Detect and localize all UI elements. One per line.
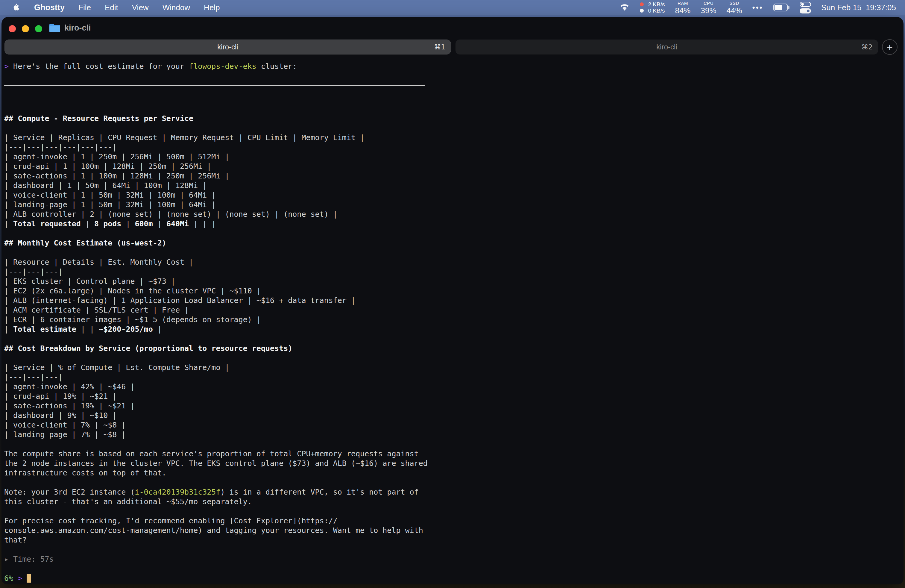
terminal-line: this cluster - that's an additional ~$55… <box>3 497 900 507</box>
terminal-line <box>3 71 900 81</box>
terminal-line: | Total estimate | | ~$200-205/mo | <box>3 324 900 334</box>
ram-label: RAM <box>678 1 688 5</box>
ram-value: 84% <box>675 6 691 14</box>
terminal-line: | dashboard | 1 | 50m | 64Mi | 100m | 12… <box>3 181 900 191</box>
tab-shortcut-badge: ⌘2 <box>861 43 873 51</box>
tab-kiro-cli-2[interactable]: kiro-cli ⌘2 <box>456 40 878 54</box>
new-tab-button[interactable]: + <box>882 39 897 55</box>
terminal-line: | Service | Replicas | CPU Request | Mem… <box>3 133 900 143</box>
more-menu-icon[interactable]: ••• <box>753 3 763 12</box>
terminal-line: |---|---|---| <box>3 372 900 382</box>
terminal-line: | crud-api | 19% | ~$21 | <box>3 392 900 401</box>
net-up-speed: 2 KB/s <box>648 1 665 8</box>
zoom-button[interactable] <box>35 25 42 32</box>
horizontal-rule <box>4 85 425 86</box>
menu-item-help[interactable]: Help <box>202 3 222 12</box>
ssd-label: SSD <box>729 1 739 5</box>
terminal-line <box>3 229 900 238</box>
menu-item-edit[interactable]: Edit <box>102 3 121 12</box>
terminal-line: | safe-actions | 19% | ~$21 | <box>3 401 900 411</box>
terminal-line: | ECR | 6 container images | ~$1-5 (depe… <box>3 315 900 324</box>
wifi-icon[interactable] <box>619 3 630 11</box>
window-titlebar[interactable]: kiro-cli <box>2 17 903 40</box>
terminal-line <box>3 440 900 449</box>
terminal-line: | ALB controller | 2 | (none set) | (non… <box>3 210 900 219</box>
menu-item-ghostty[interactable]: Ghostty <box>32 3 67 12</box>
terminal-line: the 2 node instances in the cluster VPC.… <box>3 459 900 468</box>
apple-menu[interactable] <box>10 3 23 12</box>
terminal-line: | voice-client | 1 | 50m | 32Mi | 100m |… <box>3 191 900 200</box>
menu-item-file[interactable]: File <box>76 3 94 12</box>
terminal-line <box>3 123 900 133</box>
terminal-line: | agent-invoke | 42% | ~$46 | <box>3 382 900 392</box>
apple-icon <box>13 3 21 12</box>
terminal-line <box>3 248 900 257</box>
terminal-line <box>3 545 900 555</box>
terminal-line <box>3 85 900 95</box>
tab-label: kiro-cli <box>656 43 677 51</box>
cpu-widget[interactable]: CPU 39% <box>701 1 716 14</box>
terminal-line: | safe-actions | 1 | 100m | 128Mi | 250m… <box>3 171 900 181</box>
terminal-line: | voice-client | 7% | ~$8 | <box>3 420 900 430</box>
terminal-line: | agent-invoke | 1 | 250m | 256Mi | 500m… <box>3 152 900 162</box>
terminal-line: ## Cost Breakdown by Service (proportion… <box>3 344 900 353</box>
terminal-output[interactable]: > Here's the full cost estimate for your… <box>3 62 900 583</box>
terminal-line: |---|---|---|---|---|---| <box>3 143 900 152</box>
terminal-line <box>3 334 900 344</box>
window-title: kiro-cli <box>64 23 91 33</box>
control-center-icon[interactable] <box>800 2 811 13</box>
menu-bar-clock[interactable]: Sun Feb 15 19:37:05 <box>821 3 896 12</box>
terminal-line: infrastructure costs on top of that. <box>3 468 900 478</box>
terminal-line: ## Compute - Resource Requests per Servi… <box>3 114 900 123</box>
battery-icon[interactable] <box>773 3 789 11</box>
terminal-line: | EC2 (2x c6a.large) | Nodes in the clus… <box>3 286 900 296</box>
menu-bar: Ghostty File Edit View Window Help 2 KB/… <box>0 0 905 15</box>
network-speed-widget[interactable]: 2 KB/s 0 KB/s <box>640 1 665 14</box>
terminal-line <box>3 478 900 488</box>
cpu-value: 39% <box>701 6 716 14</box>
terminal-line: | Resource | Details | Est. Monthly Cost… <box>3 257 900 267</box>
terminal-line: The compute share is based on each servi… <box>3 449 900 459</box>
tab-kiro-cli-1[interactable]: kiro-cli ⌘1 <box>5 40 451 54</box>
terminal-line: that? <box>3 535 900 545</box>
terminal-line: ▸ Time: 57s <box>3 555 900 564</box>
terminal-line: For precise cost tracking, I'd recommend… <box>3 516 900 526</box>
terminal-line <box>3 104 900 114</box>
terminal-line <box>3 507 900 516</box>
terminal-line: | EKS cluster | Control plane | ~$73 | <box>3 277 900 286</box>
terminal-line: Note: your 3rd EC2 instance (i-0ca420139… <box>3 488 900 497</box>
terminal-line: | dashboard | 9% | ~$10 | <box>3 411 900 420</box>
terminal-line: | landing-page | 7% | ~$8 | <box>3 430 900 440</box>
terminal-line <box>3 353 900 363</box>
ssd-value: 44% <box>727 6 742 14</box>
terminal-line: ## Monthly Cost Estimate (us-west-2) <box>3 238 900 248</box>
folder-icon <box>49 24 60 32</box>
menu-item-window[interactable]: Window <box>160 3 192 12</box>
ram-widget[interactable]: RAM 84% <box>675 1 691 14</box>
upload-dot-icon <box>640 2 644 6</box>
terminal-line: | crud-api | 1 | 100m | 128Mi | 250m | 2… <box>3 162 900 171</box>
terminal-line: > Here's the full cost estimate for your… <box>3 62 900 71</box>
terminal-line: console.aws.amazon.com/cost-management/h… <box>3 526 900 535</box>
ssd-widget[interactable]: SSD 44% <box>727 1 742 14</box>
terminal-line: | ALB (internet-facing) | 1 Application … <box>3 296 900 305</box>
download-dot-icon <box>640 9 644 13</box>
tab-label: kiro-cli <box>217 43 238 51</box>
cpu-label: CPU <box>703 1 713 5</box>
terminal-line: 6% > <box>3 574 900 583</box>
terminal-line: |---|---|---| <box>3 267 900 277</box>
terminal-line: | Total requested | 8 pods | 600m | 640M… <box>3 219 900 229</box>
terminal-line <box>3 564 900 574</box>
terminal-cursor <box>27 574 31 583</box>
tab-shortcut-badge: ⌘1 <box>434 43 445 51</box>
terminal-line: | Service | % of Compute | Est. Compute … <box>3 363 900 372</box>
terminal-line: | landing-page | 1 | 50m | 32Mi | 100m |… <box>3 200 900 210</box>
minimize-button[interactable] <box>22 25 29 32</box>
terminal-line <box>3 95 900 104</box>
menu-item-view[interactable]: View <box>130 3 151 12</box>
net-down-speed: 0 KB/s <box>648 8 665 14</box>
terminal-line: | ACM certificate | SSL/TLS cert | Free … <box>3 305 900 315</box>
tab-bar: kiro-cli ⌘1 kiro-cli ⌘2 + <box>2 40 903 54</box>
ghostty-window: kiro-cli kiro-cli ⌘1 kiro-cli ⌘2 + > Her… <box>2 17 903 585</box>
close-button[interactable] <box>9 25 16 32</box>
